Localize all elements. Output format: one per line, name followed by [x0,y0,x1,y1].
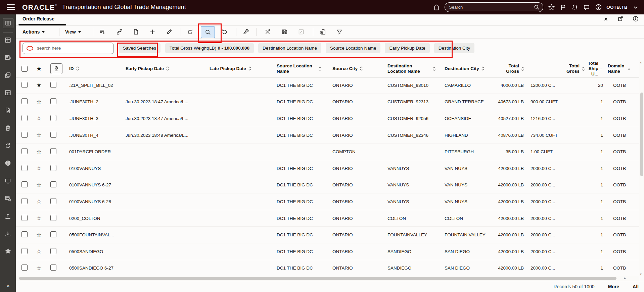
column-header-tg1[interactable]: Total Gross [495,63,526,74]
column-header-tg2[interactable]: Total Gross [526,63,586,74]
row-checkbox[interactable] [21,148,28,154]
tools-wrench-button[interactable] [239,26,253,38]
sort-icon[interactable] [432,66,436,71]
scroll-down-arrow-icon[interactable]: ▾ [640,272,642,276]
row-pin-checkbox[interactable] [50,215,56,221]
sidebar-item-document-edit[interactable] [2,106,14,114]
table-row[interactable]: ☆.JUNE30TH_2Jun.30.2023 18:47 America/L.… [16,94,639,111]
table-row[interactable]: ☆0100VANNUYSDC1 THE BIG DCONTARIOVANNUYS… [16,160,639,177]
cut-tools-button[interactable] [261,26,274,38]
row-star-outline-icon[interactable]: ☆ [36,99,42,105]
row-pin-checkbox[interactable] [50,115,56,121]
global-search-magnifier-icon[interactable] [534,4,540,10]
sort-icon[interactable] [166,66,169,71]
user-menu[interactable]: OOTB.TB [606,5,628,10]
sidebar-expand-chevrons[interactable]: » [0,283,16,289]
row-star-outline-icon[interactable]: ☆ [36,232,42,238]
row-star-outline-icon[interactable]: ☆ [36,265,42,271]
sidebar-item-download[interactable] [2,230,14,238]
select-all-checkbox[interactable] [21,66,28,72]
row-star-outline-icon[interactable]: ☆ [36,248,42,254]
row-pin-checkbox[interactable] [50,265,56,271]
table-row[interactable]: ☆0500SANDIEGO 6-27DC1 THE BIG DCONTARIOS… [16,260,639,276]
row-pin-checkbox[interactable] [50,132,56,138]
sidebar-item-panel-layout[interactable] [2,89,14,97]
table-row[interactable]: ★.21A_SPLIT_BILL_02DC1 THE BIG DCONTARIO… [16,77,639,94]
view-button[interactable]: View [64,27,82,37]
vertical-scrollbar-thumb[interactable] [640,93,643,176]
row-star-outline-icon[interactable]: ☆ [36,132,42,138]
add-button[interactable] [146,26,159,38]
sort-icon[interactable] [628,66,630,71]
refresh-button[interactable] [183,26,197,38]
scroll-right-arrow-icon[interactable]: ▸ [624,276,626,280]
location-pin-button[interactable] [50,63,62,74]
more-link[interactable]: More [608,284,619,289]
column-header-domain[interactable]: Domain Name [603,63,630,74]
row-checkbox[interactable] [21,165,28,171]
actions-button[interactable]: Actions [21,27,46,37]
home-icon[interactable] [433,4,440,11]
row-star-outline-icon[interactable]: ☆ [36,215,42,221]
table-row[interactable]: ☆001PARCELORDERCOMPTONPITTSBURGH35.00 LB… [16,143,639,160]
table-row[interactable]: ☆0100VANNUYS 6-27DC1 THE BIG DCONTARIOVA… [16,177,639,194]
sort-icon[interactable] [360,66,363,71]
sidebar-item-copy[interactable] [2,71,14,79]
row-pin-checkbox[interactable] [50,248,56,254]
saved-searches-button[interactable]: Saved Searches [119,43,160,53]
sidebar-item-workbench[interactable] [3,18,13,28]
table-search-input[interactable] [36,45,110,51]
column-header-destloc[interactable]: Destination Location Name [387,63,445,74]
sidebar-item-note-edit[interactable] [2,54,14,62]
save-button[interactable] [278,26,291,38]
new-document-button[interactable] [129,26,143,38]
tab-order-release[interactable]: Order Release [22,16,54,21]
notifications-bell-icon[interactable] [571,4,579,11]
table-row[interactable]: ☆0500SANDIEGODC1 THE BIG DCONTARIOSANDIE… [16,243,639,260]
scroll-up-arrow-icon[interactable]: ▴ [640,60,642,64]
messages-icon[interactable] [583,4,590,11]
sort-icon[interactable] [76,66,79,71]
table-row[interactable]: ☆0500FOUNTAINVAL...DC1 THE BIG DCONTARIO… [16,227,639,243]
row-checkbox[interactable] [21,82,28,88]
table-row[interactable]: ☆.JUNE30TH_3Jun.30.2023 18:47 America/L.… [16,110,639,127]
column-header-early[interactable]: Early Pickup Date [126,66,210,71]
row-pin-checkbox[interactable] [50,148,56,154]
row-checkbox[interactable] [21,132,28,138]
redo-button[interactable] [218,26,231,38]
flag-icon[interactable] [559,4,567,11]
filter-chip[interactable]: Destination Location Name [258,43,321,53]
open-new-window-icon[interactable] [617,16,624,22]
row-star-filled-icon[interactable]: ★ [36,82,42,88]
row-checkbox[interactable] [21,98,28,104]
row-star-outline-icon[interactable]: ☆ [36,182,42,188]
user-chevron-down-icon[interactable] [632,4,639,11]
row-star-outline-icon[interactable]: ☆ [36,165,42,171]
sidebar-item-table-layout[interactable] [2,36,14,44]
row-star-outline-icon[interactable]: ☆ [36,198,42,205]
column-header-destcity[interactable]: Destination City [445,66,495,71]
sidebar-item-info[interactable] [2,159,14,167]
search-toggle-button[interactable] [201,26,215,38]
column-header-srccity[interactable]: Source City [332,66,387,71]
row-star-outline-icon[interactable]: ☆ [36,115,42,121]
column-header-id[interactable]: ID [69,66,126,71]
sort-icon[interactable] [582,66,585,71]
table-row[interactable]: ☆0200_COLTONDC1 THE BIG DCONTARIOCOLTONC… [16,210,639,227]
sort-icon[interactable] [521,66,524,71]
edit-pencil-button[interactable] [163,26,176,38]
row-checkbox[interactable] [21,215,28,221]
row-star-outline-icon[interactable]: ☆ [36,149,42,155]
page-info-icon[interactable] [633,16,639,22]
filter-chip[interactable]: Source Location Name [326,43,380,53]
sidebar-item-upload[interactable] [2,212,14,220]
column-header-srcloc[interactable]: Source Location Name [277,63,332,74]
global-search-input[interactable] [448,4,534,10]
row-pin-checkbox[interactable] [50,198,56,204]
table-row[interactable]: ☆.JUNE30TH_4Jun.30.2023 18:48 America/L.… [16,127,639,144]
sidebar-item-table-search[interactable] [2,194,14,202]
sidebar-item-delete[interactable] [2,124,14,132]
row-pin-checkbox[interactable] [50,98,56,104]
help-icon[interactable] [595,4,602,11]
row-pin-checkbox[interactable] [50,165,56,171]
